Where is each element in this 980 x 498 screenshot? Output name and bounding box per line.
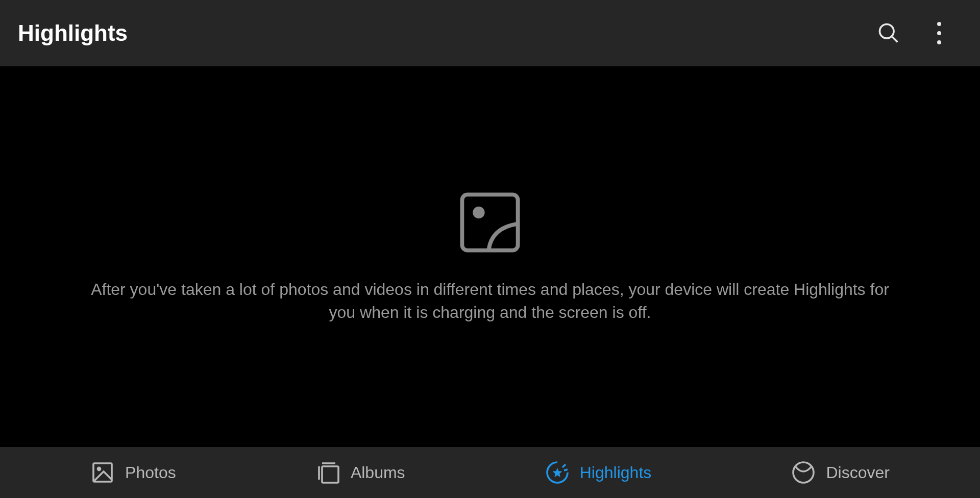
nav-label: Albums xyxy=(351,463,405,482)
svg-point-5 xyxy=(97,467,100,470)
nav-label: Photos xyxy=(125,463,176,482)
discover-icon xyxy=(791,460,816,485)
nav-label: Discover xyxy=(826,463,889,482)
svg-point-0 xyxy=(880,24,894,38)
main-content: After you've taken a lot of photos and v… xyxy=(0,66,980,447)
highlights-icon xyxy=(545,460,570,485)
svg-point-7 xyxy=(793,462,814,483)
empty-state-image-icon xyxy=(457,189,523,258)
photo-icon xyxy=(90,460,115,485)
empty-state-description: After you've taken a lot of photos and v… xyxy=(82,278,898,324)
header: Highlights xyxy=(0,0,980,66)
more-options-button[interactable] xyxy=(929,18,949,48)
svg-point-3 xyxy=(473,207,484,218)
nav-label: Highlights xyxy=(580,463,652,482)
search-icon xyxy=(877,21,899,45)
page-title: Highlights xyxy=(18,20,128,46)
nav-item-highlights[interactable]: Highlights xyxy=(535,455,662,490)
search-button[interactable] xyxy=(873,17,903,49)
svg-rect-6 xyxy=(322,466,338,483)
nav-item-albums[interactable]: Albums xyxy=(306,455,415,490)
header-actions xyxy=(873,17,965,49)
nav-item-photos[interactable]: Photos xyxy=(80,455,186,490)
more-vertical-icon xyxy=(937,22,941,44)
album-icon xyxy=(316,460,340,485)
svg-line-1 xyxy=(892,37,897,42)
bottom-navigation: Photos Albums Highlights xyxy=(0,447,980,498)
nav-item-discover[interactable]: Discover xyxy=(781,455,899,490)
